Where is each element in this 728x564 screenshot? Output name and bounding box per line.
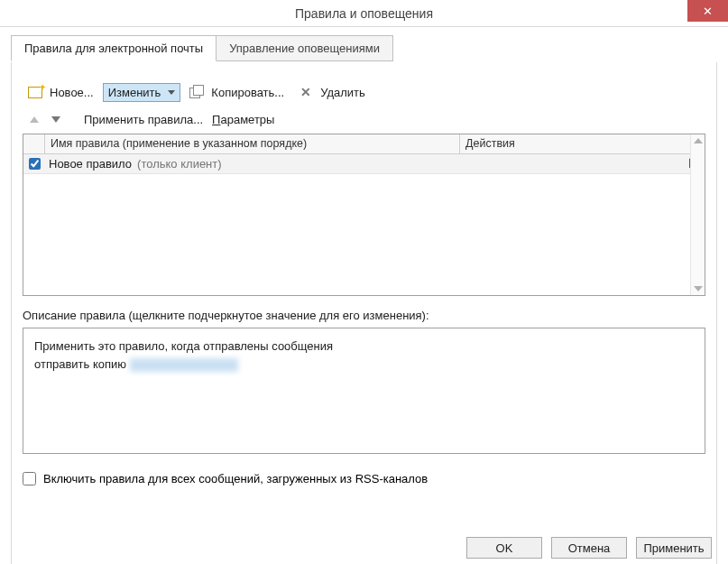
rule-hint: (только клиент) <box>137 157 222 171</box>
edit-rule-label: Изменить <box>108 86 161 99</box>
tab-strip: Правила для электронной почты Управление… <box>11 35 717 61</box>
rss-include-checkbox[interactable] <box>23 472 36 485</box>
cancel-button[interactable]: Отмена <box>551 537 627 559</box>
dropdown-caret-icon <box>168 90 175 95</box>
grid-scrollbar[interactable] <box>690 134 705 295</box>
rule-name: Новое правило <box>49 157 132 171</box>
toolbar: Новое... Изменить Копировать... Удалить <box>23 71 705 107</box>
new-rule-button[interactable]: Новое... <box>23 82 99 102</box>
titlebar: Правила и оповещения ✕ <box>0 0 728 27</box>
delete-icon <box>299 85 315 99</box>
description-box[interactable]: Применить это правило, когда отправлены … <box>23 328 705 454</box>
dialog-inner: Новое... Изменить Копировать... Удалить … <box>11 62 717 564</box>
rss-include-label: Включить правила для всех сообщений, заг… <box>43 472 428 485</box>
rule-row-check-cell <box>23 158 45 170</box>
copy-rule-label: Копировать... <box>211 86 284 99</box>
description-label: Описание правила (щелкните подчеркнутое … <box>23 309 705 322</box>
subtoolbar: Применить правила... Параметры <box>23 107 705 132</box>
new-rule-icon <box>28 85 44 99</box>
dialog-body: Правила для электронной почты Управление… <box>0 27 728 564</box>
delete-rule-label: Удалить <box>320 86 365 99</box>
grid-header: Имя правила (применение в указанном поря… <box>23 134 705 154</box>
ok-button[interactable]: OK <box>466 537 542 559</box>
window-title: Правила и оповещения <box>295 6 433 21</box>
grid-header-checkbox-col <box>23 134 45 153</box>
scroll-down-icon <box>694 286 703 291</box>
copy-icon <box>189 85 206 99</box>
apply-button[interactable]: Применить <box>636 537 712 559</box>
new-rule-label: Новое... <box>50 86 94 99</box>
apply-rules-link[interactable]: Применить правила... <box>84 113 203 126</box>
tab-manage-alerts[interactable]: Управление оповещениями <box>216 35 393 61</box>
rule-row[interactable]: Новое правило (только клиент) 𝄃𝖳 <box>23 154 705 174</box>
tab-email-rules[interactable]: Правила для электронной почты <box>11 35 217 61</box>
grid-header-actions[interactable]: Действия <box>460 134 705 153</box>
parameters-link[interactable]: Параметры <box>212 113 274 126</box>
scroll-up-icon <box>694 138 703 143</box>
description-line-2: отправить копию <box>34 356 694 374</box>
rules-grid: Имя правила (применение в указанном поря… <box>23 134 705 296</box>
move-up-button[interactable] <box>30 116 39 123</box>
rule-row-name-cell: Новое правило (только клиент) <box>45 157 460 171</box>
rule-enabled-checkbox[interactable] <box>29 158 41 170</box>
edit-rule-button[interactable]: Изменить <box>103 83 181 102</box>
move-down-button[interactable] <box>51 116 60 123</box>
delete-rule-button[interactable]: Удалить <box>293 82 371 102</box>
rule-row-actions-cell: 𝄃𝖳 <box>460 157 705 171</box>
description-line-1: Применить это правило, когда отправлены … <box>34 337 694 356</box>
rss-option-row: Включить правила для всех сообщений, заг… <box>23 472 705 485</box>
grid-header-name[interactable]: Имя правила (применение в указанном поря… <box>45 134 460 153</box>
redacted-recipient[interactable] <box>130 358 238 372</box>
close-icon: ✕ <box>703 5 713 18</box>
close-button[interactable]: ✕ <box>687 0 728 22</box>
copy-rule-button[interactable]: Копировать... <box>184 82 290 102</box>
dialog-footer: OK Отмена Применить <box>466 537 712 559</box>
